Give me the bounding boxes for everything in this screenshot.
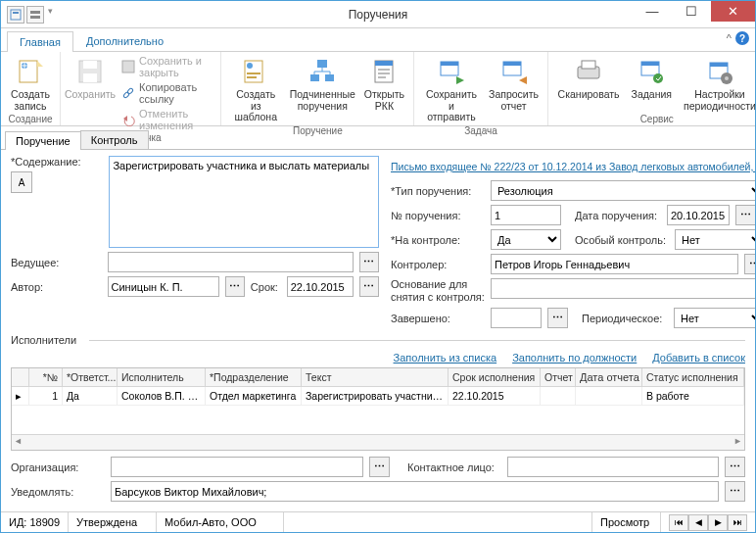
completed-input[interactable] bbox=[491, 308, 542, 328]
author-browse-button[interactable]: ⋯ bbox=[225, 276, 245, 297]
status-id: ИД: 18909 bbox=[1, 512, 69, 532]
type-label: Тип поручения: bbox=[391, 185, 485, 197]
grid-scrollbar[interactable] bbox=[12, 434, 744, 450]
svg-marker-28 bbox=[456, 76, 464, 84]
svg-point-40 bbox=[725, 76, 729, 80]
save-button[interactable]: Сохранить bbox=[67, 54, 114, 103]
create-from-template-button[interactable]: Создать из шаблона bbox=[227, 54, 284, 125]
organization-browse-button[interactable]: ⋯ bbox=[369, 457, 390, 477]
svg-rect-23 bbox=[378, 69, 390, 71]
deadline-input[interactable] bbox=[287, 276, 354, 297]
nav-last-button[interactable]: ⏭ bbox=[728, 514, 747, 531]
assign-date-label: Дата поручения: bbox=[575, 210, 661, 221]
notify-browse-button[interactable]: ⋯ bbox=[725, 481, 745, 502]
executors-group-label: Исполнители bbox=[11, 332, 745, 348]
controller-label: Контролер: bbox=[391, 259, 485, 270]
qat-dropdown[interactable]: ▾ bbox=[46, 6, 53, 24]
svg-rect-38 bbox=[710, 63, 728, 67]
nav-first-button[interactable]: ⏮ bbox=[669, 514, 688, 531]
completed-picker-button[interactable]: ⋯ bbox=[547, 308, 568, 328]
periodic-label: Периодическое: bbox=[582, 313, 668, 324]
number-label: № поручения: bbox=[391, 210, 485, 221]
subtab-control[interactable]: Контроль bbox=[80, 130, 149, 149]
organization-input[interactable] bbox=[111, 457, 363, 477]
controller-browse-button[interactable]: ⋯ bbox=[744, 254, 755, 274]
save-send-button[interactable]: Сохранить и отправить bbox=[420, 54, 482, 125]
save-close-button[interactable]: Сохранить и закрыть bbox=[118, 54, 214, 79]
completed-label: Завершено: bbox=[391, 313, 485, 324]
svg-rect-35 bbox=[641, 62, 659, 66]
copy-link-button[interactable]: Копировать ссылку bbox=[118, 80, 214, 106]
svg-rect-30 bbox=[503, 62, 521, 66]
ribbon-collapse-icon[interactable]: ^ bbox=[727, 32, 732, 44]
table-row[interactable]: ▸ 1 Да Соколов В.П. (М... Отдел маркетин… bbox=[12, 387, 744, 406]
svg-rect-19 bbox=[310, 74, 319, 81]
remove-basis-label: Основание для снятия с контроля: bbox=[391, 278, 485, 304]
subtab-assignment[interactable]: Поручение bbox=[5, 131, 81, 150]
special-control-label: Особый контроль: bbox=[575, 234, 669, 246]
fill-by-position-link[interactable]: Заполнить по должности bbox=[512, 352, 637, 363]
qat-icon[interactable] bbox=[26, 6, 44, 24]
assign-date-picker-button[interactable]: ⋯ bbox=[735, 205, 755, 225]
periodic-select[interactable]: Нет bbox=[674, 308, 755, 328]
periodicity-button[interactable]: Настройки периодичности bbox=[680, 54, 756, 114]
fill-from-list-link[interactable]: Заполнить из списка bbox=[394, 352, 497, 363]
svg-point-12 bbox=[126, 87, 133, 94]
number-input[interactable] bbox=[491, 205, 561, 225]
on-control-select[interactable]: Да bbox=[491, 229, 561, 250]
title-bar: ▾ Поручения — ☐ ✕ bbox=[1, 1, 755, 28]
source-link[interactable]: Письмо входящее № 222/23 от 10.12.2014 и… bbox=[391, 161, 755, 172]
leading-input[interactable] bbox=[108, 252, 353, 272]
app-icon[interactable] bbox=[7, 6, 24, 24]
add-to-list-link[interactable]: Добавить в список bbox=[652, 352, 745, 363]
help-icon[interactable]: ? bbox=[735, 31, 749, 45]
contact-input[interactable] bbox=[507, 457, 719, 477]
contact-browse-button[interactable]: ⋯ bbox=[725, 457, 745, 477]
grid-header: *№ *Ответст... Исполнитель *Подразделени… bbox=[12, 368, 744, 387]
status-bar: ИД: 18909 Утверждена Мобил-Авто, ООО Про… bbox=[1, 511, 755, 532]
minimize-button[interactable]: — bbox=[633, 1, 672, 22]
svg-rect-2 bbox=[30, 11, 40, 14]
tab-main[interactable]: Главная bbox=[7, 31, 73, 52]
controller-input[interactable] bbox=[491, 254, 738, 274]
leading-browse-button[interactable]: ⋯ bbox=[359, 252, 379, 272]
svg-rect-22 bbox=[375, 61, 393, 66]
executors-grid[interactable]: *№ *Ответст... Исполнитель *Подразделени… bbox=[11, 367, 745, 451]
svg-marker-31 bbox=[519, 76, 527, 84]
maximize-button[interactable]: ☐ bbox=[672, 1, 711, 22]
tab-extra[interactable]: Дополнительно bbox=[73, 30, 176, 51]
svg-rect-1 bbox=[13, 12, 19, 14]
scan-button[interactable]: Сканировать bbox=[554, 54, 624, 103]
status-org: Мобил-Авто, ООО bbox=[157, 512, 284, 532]
svg-marker-13 bbox=[123, 116, 127, 121]
svg-point-36 bbox=[653, 73, 663, 83]
contact-label: Контактное лицо: bbox=[407, 461, 501, 473]
author-input[interactable] bbox=[108, 276, 219, 297]
assign-date-input[interactable] bbox=[667, 205, 730, 225]
notify-label: Уведомлять: bbox=[11, 486, 105, 498]
notify-input[interactable] bbox=[111, 481, 719, 502]
nav-prev-button[interactable]: ◀ bbox=[688, 514, 708, 531]
remove-basis-input[interactable] bbox=[491, 278, 755, 299]
nav-next-button[interactable]: ▶ bbox=[708, 514, 728, 531]
svg-rect-16 bbox=[247, 73, 260, 74]
special-control-select[interactable]: Нет bbox=[675, 229, 755, 250]
svg-point-11 bbox=[122, 91, 129, 98]
deadline-picker-button[interactable]: ⋯ bbox=[359, 276, 379, 297]
svg-rect-27 bbox=[441, 62, 458, 66]
svg-point-15 bbox=[247, 63, 253, 69]
request-report-button[interactable]: Запросить отчет bbox=[486, 54, 541, 114]
tasks-button[interactable]: Задания bbox=[628, 54, 677, 103]
ribbon: Создать запись Создание Сохранить Сохран… bbox=[1, 52, 755, 126]
sub-tabs: Поручение Контроль bbox=[1, 128, 755, 150]
content-label: Содержание: bbox=[11, 156, 103, 168]
content-textarea[interactable]: Зарегистрировать участника и выслать мат… bbox=[109, 156, 379, 248]
svg-rect-0 bbox=[11, 10, 21, 20]
spellcheck-button[interactable]: А bbox=[11, 171, 32, 193]
organization-label: Организация: bbox=[11, 461, 105, 473]
subordinate-button[interactable]: Подчиненные поручения bbox=[288, 54, 356, 114]
close-button[interactable]: ✕ bbox=[711, 1, 755, 22]
create-record-button[interactable]: Создать запись bbox=[7, 54, 54, 114]
open-rkk-button[interactable]: Открыть РКК bbox=[360, 54, 407, 114]
type-select[interactable]: Резолюция bbox=[491, 180, 755, 201]
